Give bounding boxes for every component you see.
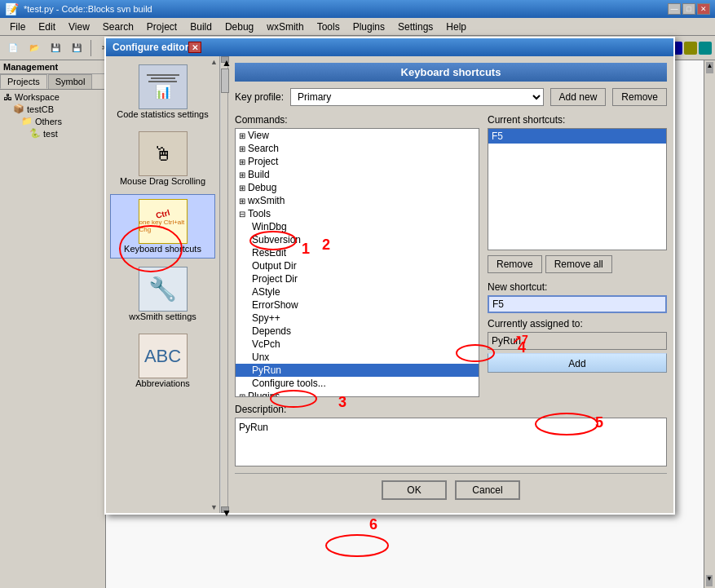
cmd-tools[interactable]: ⊟ Tools xyxy=(236,207,479,220)
menu-plugins[interactable]: Plugins xyxy=(346,20,391,34)
menu-edit[interactable]: Edit xyxy=(32,20,62,34)
new-shortcut-label: New shortcut: xyxy=(488,281,667,293)
cmd-build[interactable]: ⊞ Build xyxy=(236,168,479,181)
menu-wxsmith[interactable]: wxSmith xyxy=(260,20,310,34)
cmd-subversion[interactable]: Subversion xyxy=(236,233,479,246)
tree-test[interactable]: 🐍 test xyxy=(2,127,104,139)
cmd-spy[interactable]: Spy++ xyxy=(236,312,479,325)
scroll-down-indicator: ▼ xyxy=(210,503,218,511)
toolbar-open[interactable]: 📂 xyxy=(24,39,44,57)
dialog-title-bar: Configure editor ✕ xyxy=(106,38,673,56)
menu-build[interactable]: Build xyxy=(183,20,218,34)
commands-tree[interactable]: ⊞ View ⊞ Search ⊞ Project ⊞ xyxy=(235,128,479,397)
menu-tools[interactable]: Tools xyxy=(311,20,346,34)
tab-symbol[interactable]: Symbol xyxy=(48,74,93,89)
tab-projects[interactable]: Projects xyxy=(0,74,47,89)
assigned-text: PyRun xyxy=(492,335,521,347)
minimize-button[interactable]: — xyxy=(668,3,681,15)
left-item-code-stats[interactable]: 📊 Code statistics settings xyxy=(110,60,215,123)
menu-search[interactable]: Search xyxy=(96,20,140,34)
toolbar-new[interactable]: 📄 xyxy=(3,39,23,57)
menu-project[interactable]: Project xyxy=(140,20,183,34)
profile-select[interactable]: Primary Default Custom xyxy=(290,88,544,106)
menu-view[interactable]: View xyxy=(62,20,96,34)
cmd-depends[interactable]: Depends xyxy=(236,325,479,338)
description-section: Description: PyRun xyxy=(235,404,667,466)
cmd-debug[interactable]: ⊞ Debug xyxy=(236,181,479,194)
cmd-projectdir[interactable]: Project Dir xyxy=(236,272,479,285)
new-shortcut-input[interactable]: F5 xyxy=(488,295,667,313)
cmd-windbg[interactable]: WinDbg xyxy=(236,220,479,233)
cmd-errorshow[interactable]: ErrorShow xyxy=(236,298,479,312)
expand-plugins-icon: ⊞ xyxy=(239,392,245,398)
expand-debug-icon: ⊞ xyxy=(239,183,245,192)
cancel-button[interactable]: Cancel xyxy=(455,480,520,500)
management-tabs: Projects Symbol xyxy=(0,74,105,90)
scrollbar-thumb[interactable] xyxy=(221,69,229,93)
remove-shortcut-button[interactable]: Remove xyxy=(488,255,542,273)
expand-build-icon: ⊞ xyxy=(239,170,245,179)
left-panel-scrollbar[interactable]: ▲ ▼ xyxy=(220,56,228,513)
right-panel: ▲ ▼ xyxy=(704,60,715,588)
left-item-keyboard[interactable]: Ctrl one key Ctrl+alt Chg Keyboard short… xyxy=(110,194,215,259)
scroll-up-indicator: ▲ xyxy=(210,58,218,66)
cmd-outputdir[interactable]: Output Dir xyxy=(236,259,479,272)
add-new-button[interactable]: Add new xyxy=(550,88,607,106)
keyboard-label: Keyboard shortcuts xyxy=(124,244,201,254)
cmd-view[interactable]: ⊞ View xyxy=(236,129,479,142)
close-button[interactable]: ✕ xyxy=(697,3,710,15)
menu-settings[interactable]: Settings xyxy=(391,20,439,34)
wxsmith-label: wxSmith settings xyxy=(129,312,196,321)
code-stats-label: Code statistics settings xyxy=(117,109,209,119)
menu-file[interactable]: File xyxy=(3,20,32,34)
left-item-wxsmith[interactable]: 🔧 wxSmith settings xyxy=(110,263,215,325)
abbrev-label: Abbreviations xyxy=(135,378,190,388)
cmd-debug-label: Debug xyxy=(248,182,276,193)
test-icon: 🐍 xyxy=(29,128,41,139)
window-title: *test.py - Code::Blocks svn build xyxy=(24,4,666,14)
left-item-mouse-drag[interactable]: 🖱 Mouse Drag Scrolling xyxy=(110,127,215,190)
cmd-project[interactable]: ⊞ Project xyxy=(236,155,479,168)
main-two-column: Commands: ⊞ View ⊞ Search ⊞ Project xyxy=(235,114,667,397)
dialog-subtitle: Keyboard shortcuts xyxy=(235,63,667,82)
cmd-plugins[interactable]: ⊞ Plugins xyxy=(236,390,479,397)
scroll-thumb-down[interactable]: ▼ xyxy=(221,506,229,513)
tree-project[interactable]: 📦 testCB xyxy=(2,103,104,115)
wxsmith-icon: 🔧 xyxy=(139,267,188,312)
dialog-close-button[interactable]: ✕ xyxy=(188,42,201,53)
workspace-icon: 🖧 xyxy=(3,92,12,102)
add-button[interactable]: Add xyxy=(488,353,667,373)
right-scroll-down[interactable]: ▼ xyxy=(706,575,713,586)
cmd-plugins-label: Plugins xyxy=(248,391,280,397)
cmd-wxsmith[interactable]: ⊞ wxSmith xyxy=(236,194,479,207)
cmd-resedit[interactable]: ResEdit xyxy=(236,246,479,259)
commands-panel: Commands: ⊞ View ⊞ Search ⊞ Project xyxy=(235,114,479,397)
menu-help[interactable]: Help xyxy=(439,20,473,34)
shortcut-f5[interactable]: F5 xyxy=(488,129,666,144)
cmd-astyle[interactable]: AStyle xyxy=(236,285,479,298)
profile-label: Key profile: xyxy=(235,91,284,103)
cmd-unx[interactable]: Unx xyxy=(236,351,479,364)
cmd-pyrun[interactable]: PyRun xyxy=(236,364,479,377)
scroll-thumb-up[interactable]: ▲ xyxy=(221,56,229,63)
maximize-button[interactable]: □ xyxy=(682,3,695,15)
remove-all-button[interactable]: Remove all xyxy=(545,255,612,273)
tree-others[interactable]: 📁 Others xyxy=(2,115,104,127)
left-item-abbreviations[interactable]: ABC Abbreviations xyxy=(110,329,215,392)
management-header: Management xyxy=(0,60,105,74)
others-label: Others xyxy=(35,117,62,126)
cmd-configure-tools[interactable]: Configure tools... xyxy=(236,377,479,390)
toolbar-save-all[interactable]: 💾 xyxy=(67,39,86,57)
dialog-title: Configure editor xyxy=(113,42,188,53)
cmd-search[interactable]: ⊞ Search xyxy=(236,142,479,155)
code-stats-icon: 📊 xyxy=(139,64,188,109)
ok-button[interactable]: OK xyxy=(382,480,447,500)
cmd-vcpch[interactable]: VcPch xyxy=(236,338,479,351)
expand-tools-icon: ⊟ xyxy=(239,210,245,219)
left-items-container: 📊 Code statistics settings 🖱 Mouse Drag … xyxy=(106,56,219,400)
right-scroll-up[interactable]: ▲ xyxy=(706,62,713,73)
tree-workspace[interactable]: 🖧 Workspace xyxy=(2,91,104,103)
menu-debug[interactable]: Debug xyxy=(218,20,260,34)
toolbar-save[interactable]: 💾 xyxy=(46,39,65,57)
remove-profile-button[interactable]: Remove xyxy=(612,88,667,106)
